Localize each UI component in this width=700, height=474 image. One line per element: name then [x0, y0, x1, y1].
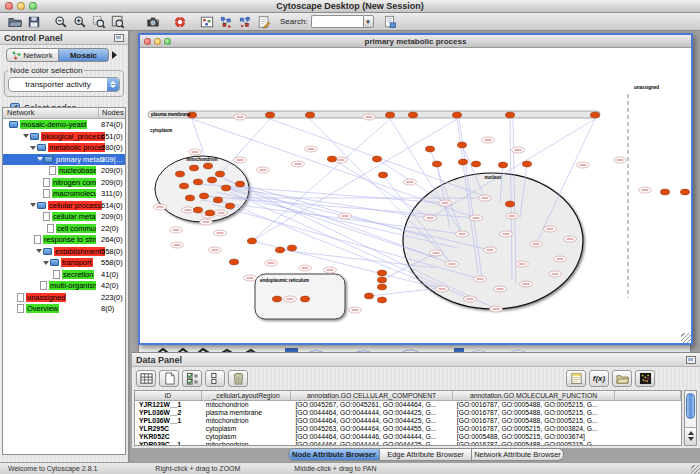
graph-node[interactable]	[377, 270, 386, 276]
table-row[interactable]: YDR039C__1mitochondrion[GO:0044464, GO:0…	[135, 441, 681, 446]
tree-row[interactable]: nitrogen compo209(0)	[3, 177, 125, 189]
attribute-notepad-icon[interactable]	[566, 370, 586, 387]
tree-row[interactable]: mosaic-demo-yeast874(0)	[3, 119, 125, 131]
attribute-table[interactable]: ID_cellularLayoutRegionannotation.GO CEL…	[134, 390, 682, 446]
tree-row[interactable]: transport558(0)	[3, 257, 125, 269]
import-annotation-icon[interactable]	[382, 14, 399, 30]
import-attributes-icon[interactable]	[612, 370, 632, 387]
float-panel-icon[interactable]	[114, 34, 124, 42]
tree-row[interactable]: Overview8(0)	[3, 303, 125, 315]
tree-row[interactable]: secretion41(0)	[3, 269, 125, 281]
graph-node[interactable]	[327, 156, 336, 162]
graph-node[interactable]	[498, 162, 507, 168]
node-color-dropdown[interactable]: transporter activity	[8, 77, 120, 92]
network-window-titlebar[interactable]: primary metabolic process	[140, 35, 691, 48]
table-column-filler[interactable]	[615, 391, 681, 400]
tab-edge-attribute-browser[interactable]: Edge Attribute Browser	[380, 448, 472, 461]
snapshot-icon[interactable]	[144, 14, 161, 30]
graph-node[interactable]	[377, 277, 386, 283]
graph-node[interactable]	[471, 161, 480, 167]
layout-network-2-icon[interactable]	[236, 14, 253, 30]
help-ring-icon[interactable]	[171, 14, 188, 30]
graph-node[interactable]	[452, 112, 461, 118]
table-column-header[interactable]: ID	[135, 391, 202, 400]
tree-expand-arrow-icon[interactable]	[30, 146, 36, 150]
graph-node[interactable]	[458, 159, 467, 165]
table-row[interactable]: YJR121W__1mitochondrion[GO:0045267, GO:0…	[135, 401, 681, 409]
tree-row[interactable]: nucleobase-209(0)	[3, 165, 125, 177]
zoom-fit-icon[interactable]	[109, 14, 126, 30]
graph-node[interactable]	[189, 165, 198, 171]
graph-node[interactable]	[364, 293, 373, 299]
graph-node[interactable]	[235, 181, 244, 187]
network-canvas[interactable]: plasma membranecytoplasmmitochondrionnuc…	[140, 48, 691, 342]
graph-node[interactable]	[385, 112, 394, 118]
search-dropdown-arrow-icon[interactable]: ▼	[363, 15, 374, 28]
graph-node[interactable]	[680, 189, 689, 195]
graph-node[interactable]	[215, 171, 224, 177]
table-vertical-scrollbar[interactable]	[684, 390, 697, 446]
layout-network-1-icon[interactable]	[217, 14, 234, 30]
tab-node-attribute-browser[interactable]: Node Attribute Browser	[288, 448, 380, 461]
table-row[interactable]: YPL036W__1mitochondrion[GO:0044464, GO:0…	[135, 417, 681, 425]
graph-node[interactable]	[179, 183, 188, 189]
graph-node[interactable]	[305, 112, 314, 118]
tree-row[interactable]: cellular metabo209(0)	[3, 211, 125, 223]
graph-node[interactable]	[247, 238, 256, 244]
scrollbar-thumb[interactable]	[686, 393, 695, 419]
attribute-table-header[interactable]: ID_cellularLayoutRegionannotation.GO CEL…	[135, 391, 681, 401]
graph-node[interactable]	[221, 185, 230, 191]
zoom-out-icon[interactable]	[52, 14, 69, 30]
window-resize-grip[interactable]	[681, 333, 691, 343]
tab-mosaic[interactable]: Mosaic	[59, 48, 109, 62]
attribute-matrix-icon[interactable]	[635, 370, 655, 387]
select-attributes-icon[interactable]	[182, 370, 202, 387]
graph-node[interactable]	[300, 296, 309, 302]
graph-node[interactable]	[272, 296, 281, 302]
graph-node[interactable]	[522, 161, 531, 167]
graph-node[interactable]	[590, 112, 599, 118]
search-input[interactable]	[311, 15, 363, 28]
vizmapper-icon[interactable]	[198, 14, 215, 30]
graph-node[interactable]	[660, 189, 669, 195]
graph-node[interactable]	[425, 146, 434, 152]
search-combobox[interactable]: ▼	[311, 15, 374, 28]
delete-attribute-icon[interactable]	[228, 370, 248, 387]
tree-expand-arrow-icon[interactable]	[23, 134, 29, 138]
tree-row[interactable]: macromolecule311(0)	[3, 188, 125, 200]
graph-node[interactable]	[203, 163, 212, 169]
tree-row[interactable]: multi-organism pro42(0)	[3, 280, 125, 292]
zoom-in-icon[interactable]	[71, 14, 88, 30]
unselect-attributes-icon[interactable]	[205, 370, 225, 387]
tree-row[interactable]: primary metabo209(...	[3, 154, 125, 166]
graph-node[interactable]	[408, 112, 417, 118]
graph-node[interactable]	[213, 197, 222, 203]
column-format-icon[interactable]	[136, 370, 156, 387]
tab-network[interactable]: Network	[6, 48, 59, 62]
function-builder-icon[interactable]: f(x)	[589, 370, 609, 387]
tree-row[interactable]: cell communicat22(0)	[3, 223, 125, 235]
graph-node[interactable]	[265, 112, 274, 118]
table-row[interactable]: YKR052Ccytoplasm[GO:0044464, GO:0044446,…	[135, 433, 681, 441]
tree-row[interactable]: response to stimulu264(0)	[3, 234, 125, 246]
scrollbar-arrows[interactable]	[685, 427, 696, 445]
graph-node[interactable]	[185, 195, 194, 201]
graph-node[interactable]	[193, 179, 202, 185]
open-file-icon[interactable]	[6, 14, 23, 30]
tree-row[interactable]: unassigned223(0)	[3, 292, 125, 304]
graph-node[interactable]	[275, 247, 284, 253]
graph-node[interactable]	[199, 193, 208, 199]
network-view-window[interactable]: primary metabolic process plasma membran…	[138, 33, 693, 345]
graph-node[interactable]	[205, 210, 214, 216]
graph-node[interactable]	[505, 201, 514, 207]
tab-overflow-arrow-icon[interactable]	[112, 51, 117, 59]
tree-row[interactable]: establishment of lo558(0)	[3, 246, 125, 258]
tree-expand-arrow-icon[interactable]	[36, 249, 42, 253]
table-row[interactable]: YLR295Ccytoplasm[GO:0045263, GO:0044464,…	[135, 425, 681, 433]
save-icon[interactable]	[25, 14, 42, 30]
graph-node[interactable]	[287, 245, 296, 251]
tab-network-attribute-browser[interactable]: Network Attribute Browser	[472, 448, 564, 461]
window-titlebar[interactable]: Cytoscape Desktop (New Session)	[0, 0, 700, 13]
network-tree-header[interactable]: Network Nodes	[3, 108, 125, 119]
app-resize-grip[interactable]	[691, 465, 700, 474]
